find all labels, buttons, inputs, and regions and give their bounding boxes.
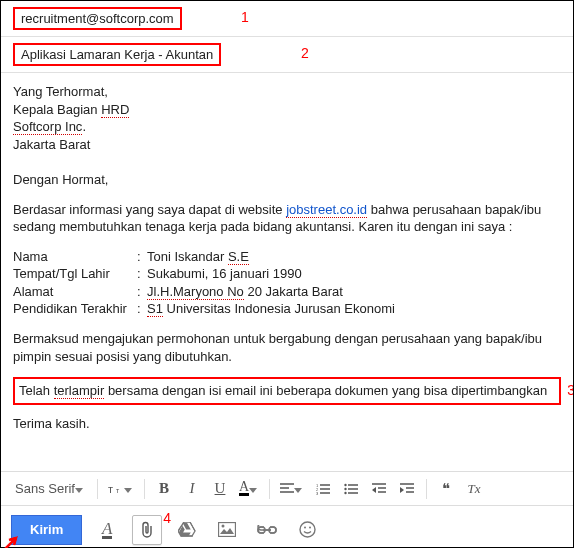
svg-point-13: [300, 522, 315, 537]
personal-info-block: Nama : Toni Iskandar S.E Tempat/Tgl Lahi…: [13, 248, 561, 318]
svg-point-14: [304, 527, 306, 529]
attachment-note: Telah terlampir bersama dengan isi email…: [13, 377, 561, 405]
subject-input[interactable]: Aplikasi Lamaran Kerja - Akuntan: [13, 43, 221, 66]
italic-button[interactable]: I: [179, 476, 205, 502]
link-icon: [257, 525, 277, 535]
attach-file-button[interactable]: 4: [132, 515, 162, 545]
svg-text:1: 1: [316, 483, 319, 488]
label-pendidikan: Pendidikan Terakhir: [13, 300, 137, 318]
divider: [426, 479, 427, 499]
callout-2: 2: [301, 45, 309, 61]
label-nama: Nama: [13, 248, 137, 266]
salutation-1: Yang Terhormat,: [13, 83, 561, 101]
greeting: Dengan Hormat,: [13, 171, 561, 189]
label-alamat: Alamat: [13, 283, 137, 301]
svg-point-9: [222, 525, 225, 528]
svg-point-7: [344, 491, 346, 493]
callout-1: 1: [241, 9, 249, 25]
salutation-3: Softcorp Inc.: [13, 118, 561, 136]
value-pendidikan: S1 Universitas Indonesia Jurusan Ekonomi: [147, 300, 395, 318]
to-row: recruitment@softcorp.com 1: [1, 1, 573, 37]
insert-emoji-button[interactable]: [292, 515, 322, 545]
send-button[interactable]: Kirim: [11, 515, 82, 545]
to-input[interactable]: recruitment@softcorp.com: [13, 7, 182, 30]
numbered-list-button[interactable]: 123: [310, 476, 336, 502]
label-ttl: Tempat/Tgl Lahir: [13, 265, 137, 283]
align-button[interactable]: [276, 476, 308, 502]
insert-photo-button[interactable]: [212, 515, 242, 545]
divider: [144, 479, 145, 499]
formatting-toolbar: Sans Serif тт B I U A: [1, 471, 573, 505]
svg-text:т: т: [116, 487, 120, 494]
remove-formatting-button[interactable]: Tx: [461, 476, 487, 502]
chevron-down-icon: [294, 481, 304, 496]
intent-paragraph: Bermaksud mengajukan permohonan untuk be…: [13, 330, 561, 365]
font-size-picker[interactable]: тт: [104, 476, 138, 502]
callout-4: 4: [163, 510, 171, 526]
bold-button[interactable]: B: [151, 476, 177, 502]
quote-button[interactable]: ❝: [433, 476, 459, 502]
emoji-icon: [299, 521, 316, 538]
chevron-down-icon: [249, 481, 259, 496]
divider: [97, 479, 98, 499]
indent-more-button[interactable]: [394, 476, 420, 502]
chevron-down-icon: [75, 481, 85, 496]
intro-paragraph: Berdasar informasi yang saya dapat di we…: [13, 201, 561, 236]
drive-icon: [178, 522, 196, 538]
svg-text:3: 3: [316, 491, 319, 495]
formatting-toggle-button[interactable]: A: [92, 515, 122, 545]
send-toolbar: Kirim A 4: [1, 505, 573, 548]
divider: [269, 479, 270, 499]
insert-drive-button[interactable]: [172, 515, 202, 545]
text-color-button[interactable]: A: [235, 476, 263, 502]
callout-3: 3: [567, 381, 573, 400]
paperclip-icon: [139, 521, 155, 539]
svg-rect-8: [219, 523, 236, 537]
svg-text:т: т: [108, 483, 113, 495]
value-alamat: Jl.H.Maryono No 20 Jakarta Barat: [147, 283, 343, 301]
salutation-4: Jakarta Barat: [13, 136, 561, 154]
thanks-line: Terima kasih.: [13, 415, 561, 433]
bullet-list-button[interactable]: [338, 476, 364, 502]
svg-point-5: [344, 483, 346, 485]
value-nama: Toni Iskandar S.E: [147, 248, 249, 266]
indent-less-button[interactable]: [366, 476, 392, 502]
svg-point-6: [344, 487, 346, 489]
value-ttl: Sukabumi, 16 januari 1990: [147, 265, 302, 283]
svg-point-15: [309, 527, 311, 529]
underline-button[interactable]: U: [207, 476, 233, 502]
salutation-2: Kepala Bagian HRD: [13, 101, 561, 119]
photo-icon: [218, 522, 236, 537]
font-family-picker[interactable]: Sans Serif: [9, 476, 91, 502]
insert-link-button[interactable]: [252, 515, 282, 545]
subject-row: Aplikasi Lamaran Kerja - Akuntan 2: [1, 37, 573, 73]
email-body-editor[interactable]: Yang Terhormat, Kepala Bagian HRD Softco…: [1, 73, 573, 471]
chevron-down-icon: [124, 481, 134, 496]
svg-text:2: 2: [316, 487, 319, 492]
